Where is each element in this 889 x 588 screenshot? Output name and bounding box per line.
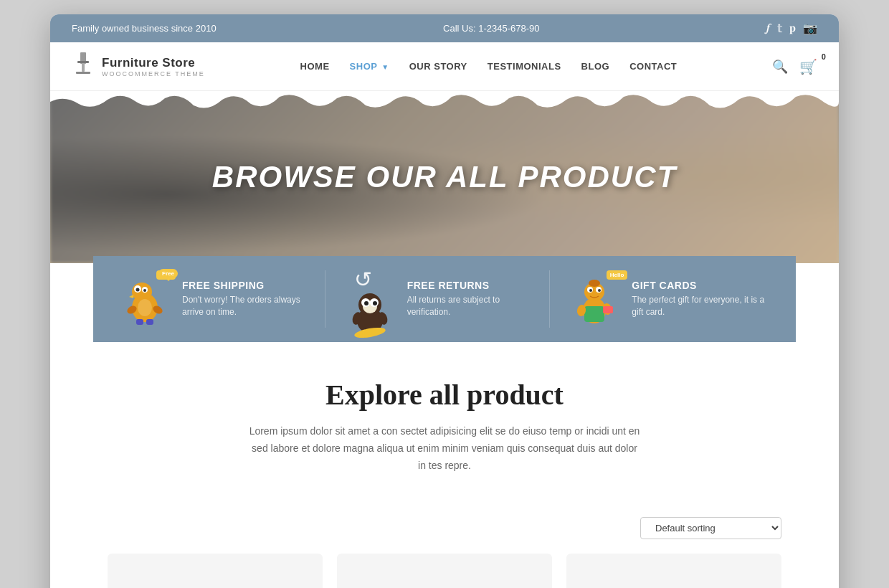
product-grid bbox=[50, 546, 839, 588]
cart-icon: 🛒 bbox=[799, 58, 817, 75]
shipping-mascot: Free bbox=[122, 270, 172, 328]
explore-description: Lorem ipsum dolor sit amet a con sectet … bbox=[247, 423, 642, 474]
twitter-icon[interactable]: 𝕥 bbox=[777, 22, 782, 35]
returns-title: FREE RETURNS bbox=[407, 280, 543, 291]
logo-text-container: Furniture Store WOOCOMMERCE THEME bbox=[102, 56, 205, 77]
giftcards-mascot: Hello bbox=[571, 270, 622, 328]
shipping-title: FREE SHIPPING bbox=[182, 280, 318, 291]
svg-point-5 bbox=[132, 283, 152, 301]
nav-link-blog[interactable]: BLOG bbox=[581, 61, 610, 72]
hero-section: BROWSE OUR ALL PRODUCT bbox=[50, 91, 839, 263]
svg-rect-31 bbox=[584, 306, 604, 322]
hello-badge: Hello bbox=[607, 270, 628, 280]
shop-dropdown-arrow: ▼ bbox=[381, 63, 389, 71]
svg-point-14 bbox=[138, 299, 152, 316]
svg-point-21 bbox=[373, 301, 377, 305]
giftcards-text: GIFT CARDS The perfect gift for everyone… bbox=[632, 280, 767, 318]
svg-rect-12 bbox=[136, 319, 143, 325]
svg-point-8 bbox=[136, 288, 140, 292]
social-icons: 𝒇 𝕥 𝐩 📷 bbox=[766, 22, 817, 35]
top-bar-center-text: Call Us: 1-2345-678-90 bbox=[443, 23, 539, 34]
nav-link-home[interactable]: HOME bbox=[300, 61, 330, 72]
explore-title: Explore all product bbox=[108, 378, 781, 412]
hero-jagged-edge bbox=[50, 91, 839, 113]
feature-shipping: Free bbox=[122, 270, 318, 328]
svg-rect-13 bbox=[146, 319, 153, 325]
pinterest-icon[interactable]: 𝐩 bbox=[789, 22, 796, 35]
svg-point-30 bbox=[598, 289, 601, 292]
svg-point-35 bbox=[589, 280, 600, 287]
cart-count: 0 bbox=[822, 52, 826, 61]
returns-text: FREE RETURNS All returns are subject to … bbox=[407, 280, 543, 318]
sorting-row: Default sorting Sort by popularity Sort … bbox=[50, 517, 839, 546]
feature-returns: ↺ bbox=[325, 270, 543, 328]
top-bar-left-text: Family owned business since 2010 bbox=[72, 23, 217, 34]
svg-rect-3 bbox=[76, 72, 90, 74]
logo-title: Furniture Store bbox=[102, 56, 205, 70]
search-icon[interactable]: 🔍 bbox=[772, 59, 788, 75]
nav-links: HOME SHOP ▼ OUR STORY TESTIMONIALS BLOG … bbox=[300, 61, 678, 72]
returns-icon: ↺ bbox=[354, 267, 372, 292]
returns-desc: All returns are subject to verification. bbox=[407, 294, 543, 318]
product-card-3 bbox=[566, 554, 781, 588]
features-band: Free bbox=[93, 256, 796, 342]
instagram-icon[interactable]: 📷 bbox=[803, 22, 817, 35]
svg-rect-34 bbox=[603, 306, 613, 313]
nav-link-our-story[interactable]: OUR STORY bbox=[409, 61, 467, 72]
nav-link-contact[interactable]: CONTACT bbox=[629, 61, 677, 72]
product-card-1 bbox=[108, 554, 323, 588]
svg-point-20 bbox=[364, 301, 369, 305]
svg-point-29 bbox=[589, 289, 592, 292]
giftcards-title: GIFT CARDS bbox=[632, 280, 767, 291]
browser-window: Family owned business since 2010 Call Us… bbox=[50, 14, 839, 588]
giftcards-desc: The perfect gift for everyone, it is a g… bbox=[632, 294, 767, 318]
logo-icon bbox=[72, 51, 95, 82]
product-card-2 bbox=[337, 554, 552, 588]
svg-point-9 bbox=[143, 289, 146, 292]
nav-link-shop[interactable]: SHOP ▼ bbox=[350, 61, 389, 72]
shipping-desc: Don't worry! The orders always arrive on… bbox=[182, 294, 318, 318]
returns-mascot: ↺ bbox=[347, 270, 397, 328]
top-bar: Family owned business since 2010 Call Us… bbox=[50, 14, 839, 42]
shipping-text: FREE SHIPPING Don't worry! The orders al… bbox=[182, 280, 318, 318]
cart-button[interactable]: 🛒 0 bbox=[799, 58, 817, 75]
site-logo[interactable]: Furniture Store WOOCOMMERCE THEME bbox=[72, 51, 205, 82]
explore-section: Explore all product Lorem ipsum dolor si… bbox=[50, 342, 839, 517]
svg-rect-2 bbox=[82, 63, 85, 72]
hero-title: BROWSE OUR ALL PRODUCT bbox=[212, 160, 677, 194]
nav-bar: Furniture Store WOOCOMMERCE THEME HOME S… bbox=[50, 42, 839, 91]
nav-link-testimonials[interactable]: TESTIMONIALS bbox=[488, 61, 561, 72]
feature-giftcards: Hello GIFT CARDS The perfect gift for ev… bbox=[549, 270, 767, 328]
svg-rect-1 bbox=[77, 61, 89, 63]
facebook-icon[interactable]: 𝒇 bbox=[766, 22, 770, 35]
sorting-select[interactable]: Default sorting Sort by popularity Sort … bbox=[640, 517, 781, 539]
logo-subtitle: WOOCOMMERCE THEME bbox=[102, 70, 205, 77]
nav-actions: 🔍 🛒 0 bbox=[772, 58, 817, 75]
shipping-badge: Free bbox=[158, 269, 178, 278]
